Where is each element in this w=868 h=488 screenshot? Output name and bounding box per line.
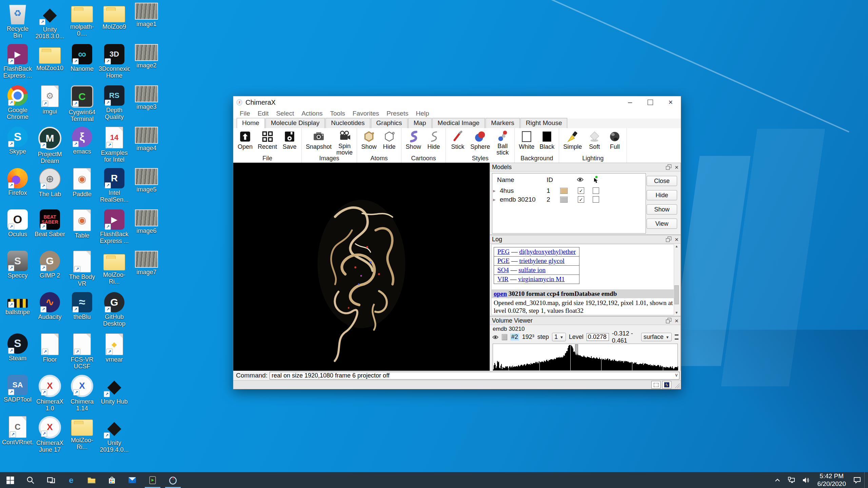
images-snapshot-button[interactable]: Snapshot [306, 130, 332, 155]
styles-ball-stick-button[interactable]: Ball stick [495, 130, 510, 155]
desktop-icon-paddle[interactable]: ◉Paddle [66, 168, 98, 198]
file-recent-button[interactable]: Recent [258, 130, 277, 155]
log-panel-titlebar[interactable]: Log × [490, 235, 680, 244]
taskbar-task-view-icon[interactable] [41, 472, 61, 488]
tab-home[interactable]: Home [237, 118, 265, 128]
desktop-icon-floor[interactable]: ↗Floor [34, 333, 65, 363]
float-panel-icon[interactable] [666, 164, 671, 170]
desktop-icon-intel-realsense[interactable]: R↗Intel RealSen... [99, 168, 130, 203]
menu-edit[interactable]: Edit [254, 110, 273, 117]
command-history-chevron-icon[interactable]: ∨ [675, 372, 678, 378]
desktop-icon-imgui[interactable]: ⚙↗imgui [34, 85, 65, 115]
desktop-icon-google-chrome[interactable]: ↗Google Chrome [2, 85, 33, 120]
model-shown-checkbox[interactable]: ✓ [578, 196, 584, 203]
ligand-code-link[interactable]: VIR [497, 276, 509, 283]
model-color-swatch[interactable] [560, 188, 568, 194]
desktop-icon-chimerax-1-0[interactable]: X↗ChimeraX 1.0 [34, 375, 65, 412]
tray-chevron-up-icon[interactable] [770, 472, 785, 488]
desktop-icon-flashback-express-2[interactable]: ▶↗FlashBack Express ... [99, 209, 130, 244]
file-open-button[interactable]: Open [237, 130, 253, 155]
title-bar[interactable]: X ChimeraX – × [233, 96, 681, 108]
desktop-icon-depth-quality-tool[interactable]: RS↗Depth Quality To... [99, 85, 130, 121]
tab-medical-image[interactable]: Medical Image [432, 118, 485, 128]
tab-nucleotides[interactable]: Nucleotides [326, 118, 370, 128]
command-input[interactable] [270, 372, 679, 380]
desktop-icon-unity-2019[interactable]: ◆↗Unity 2019.4.0... [99, 416, 130, 453]
desktop-icon-speccy[interactable]: S↗Speccy [2, 251, 33, 279]
desktop-icon-unity-2018[interactable]: ◆↗Unity 2018.3.0... [34, 3, 65, 40]
background-black-button[interactable]: Black [539, 130, 555, 155]
desktop-icon-skype[interactable]: S↗Skype [2, 127, 33, 155]
menu-file[interactable]: File [236, 110, 254, 117]
desktop-icon-emacs[interactable]: ξ↗emacs [66, 127, 98, 155]
float-panel-icon[interactable] [666, 318, 671, 323]
desktop-icon-audacity[interactable]: ∿↗Audacity [34, 292, 65, 320]
desktop-icon-image3[interactable]: image3 [131, 85, 162, 110]
selection-mode-button[interactable] [651, 381, 660, 389]
volume-shown-eye-icon[interactable] [492, 334, 499, 340]
expand-row-icon[interactable]: ▸ [493, 188, 496, 194]
menu-presets[interactable]: Presets [383, 110, 412, 117]
cartoons-show-button[interactable]: Show [406, 130, 421, 155]
menu-help[interactable]: Help [412, 110, 433, 117]
desktop-icon-table[interactable]: ◉Table [66, 209, 98, 239]
desktop-icon-ballstripe[interactable]: ↗ballstripe [2, 292, 33, 316]
desktop-icon-chimera-1-14[interactable]: X↗Chimera 1.14 [66, 375, 98, 412]
model-selected-checkbox[interactable] [593, 196, 599, 203]
ligand-name-link[interactable]: virginiamycin M1 [518, 276, 565, 283]
taskbar-mail-icon[interactable] [122, 472, 142, 488]
desktop-icon-projectm-dream[interactable]: M↗ProjectM Dream [34, 127, 65, 164]
desktop-icon-molzoo-ri-folder-1[interactable]: MolZoo-Ri... [66, 416, 98, 450]
desktop-icon-github-desktop[interactable]: G↗GitHub Desktop [99, 292, 130, 327]
tab-molecule-display[interactable]: Molecule Display [265, 118, 325, 128]
background-white-button[interactable]: White [519, 130, 534, 155]
images-spin-movie-button[interactable]: Spin movie [336, 130, 353, 155]
menu-select[interactable]: Select [272, 110, 298, 117]
desktop-icon-fcs-vr-ucsf[interactable]: ↗FCS-VR UCSF Temp License [66, 333, 98, 370]
volume-model-id[interactable]: #2 [510, 333, 519, 341]
desktop-icon-theblu[interactable]: ≈↗theBlu [66, 292, 98, 320]
desktop-icon-the-lab[interactable]: ⊕↗The Lab [34, 168, 65, 198]
model-shown-checkbox[interactable]: ✓ [578, 187, 584, 194]
ligand-name-link[interactable]: triethylene glycol [519, 257, 564, 264]
ligand-name-link[interactable]: di(hydroxyethyl)ether [519, 248, 576, 255]
models-panel-titlebar[interactable]: Models × [490, 163, 680, 171]
desktop-icon-recycle-bin[interactable]: ♻Recycle Bin [2, 3, 33, 39]
desktop-icon-unity-hub[interactable]: ◆↗Unity Hub [99, 375, 130, 405]
view-model-button[interactable]: View [647, 219, 677, 229]
desktop-icon-molzoo9-folder[interactable]: MolZoo9 [99, 3, 130, 30]
volume-histogram[interactable] [493, 344, 678, 371]
close-model-button[interactable]: Close [647, 176, 677, 186]
desktop-icon-oculus[interactable]: O↗Oculus [2, 209, 33, 238]
minimize-button[interactable]: – [620, 96, 640, 108]
step-dropdown[interactable]: 1▼ [552, 333, 566, 341]
desktop-icon-the-body-vr[interactable]: ↗The Body VR Journey Ins... [66, 251, 98, 288]
close-panel-icon[interactable]: × [675, 318, 678, 324]
desktop-icon-molzoo10-folder[interactable]: MolZoo10 [34, 44, 65, 72]
taskbar-start-icon[interactable] [0, 472, 20, 488]
desktop-icon-image6[interactable]: image6 [131, 209, 162, 234]
log-scroll-thumb[interactable] [674, 285, 679, 305]
volume-menu-icon[interactable] [675, 334, 678, 340]
desktop-icon-firefox[interactable]: ↗Firefox [2, 168, 33, 196]
level-input[interactable] [587, 333, 609, 341]
styles-sphere-button[interactable]: Sphere [470, 130, 490, 155]
taskbar-cygwin-icon[interactable] [142, 472, 163, 488]
ligand-name-link[interactable]: sulfate ion [518, 266, 546, 273]
tab-map[interactable]: Map [408, 118, 432, 128]
close-button[interactable]: × [660, 96, 681, 108]
show-model-button[interactable]: Show [647, 204, 677, 215]
fast-mode-button[interactable]: ϟ [662, 381, 671, 389]
maximize-button[interactable] [640, 96, 660, 108]
desktop-icon-threedconnexion-home[interactable]: 3D↗3Dconnexion Home [99, 44, 130, 79]
desktop-icon-image7[interactable]: image7 [131, 251, 162, 276]
close-panel-icon[interactable]: × [675, 236, 678, 243]
scroll-up-icon[interactable]: ▲ [674, 244, 679, 249]
styles-stick-button[interactable]: Stick [450, 130, 466, 155]
ligand-code-link[interactable]: PEG [497, 248, 510, 255]
model-color-swatch[interactable] [560, 197, 568, 203]
desktop-icon-gimp-2[interactable]: G↗GIMP 2 [34, 251, 65, 279]
resize-grip[interactable] [675, 383, 680, 388]
action-center-icon[interactable] [850, 472, 864, 488]
desktop-icon-image2[interactable]: image2 [131, 44, 162, 69]
